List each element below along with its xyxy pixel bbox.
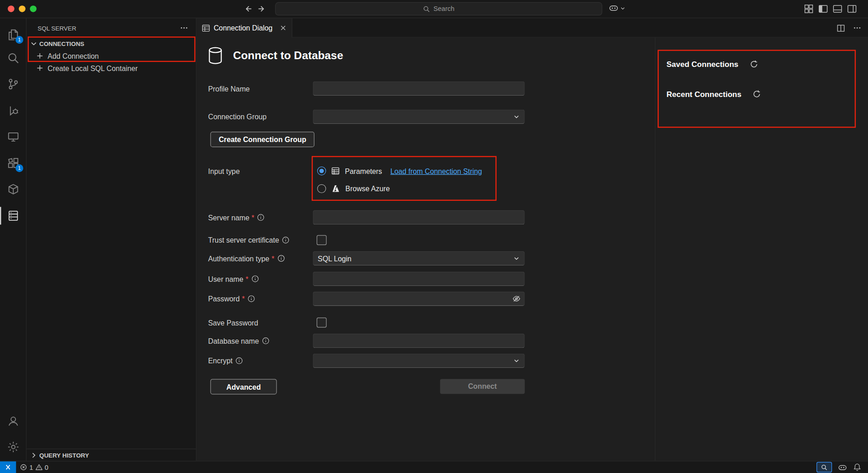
- toggle-primary-sidebar-icon[interactable]: [818, 4, 828, 14]
- chevron-right-icon: [29, 451, 38, 459]
- database-name-input[interactable]: [313, 334, 524, 348]
- forward-arrow-icon[interactable]: [256, 3, 268, 15]
- search-command-center[interactable]: Search: [275, 2, 602, 15]
- user-name-label: User name: [208, 275, 243, 283]
- activitybar-explorer[interactable]: 1: [0, 24, 26, 46]
- more-actions-icon[interactable]: [853, 24, 861, 32]
- activitybar-sql-server[interactable]: [0, 205, 26, 227]
- refresh-icon[interactable]: [750, 60, 758, 68]
- copilot-icon: [609, 3, 618, 13]
- toggle-panel-icon[interactable]: [832, 4, 842, 14]
- connection-group-select[interactable]: [313, 110, 524, 124]
- extensions-badge: 1: [15, 164, 23, 172]
- database-icon: [208, 46, 223, 65]
- server-name-label: Server name: [208, 213, 249, 221]
- info-icon: [235, 357, 243, 365]
- editor-actions: [837, 18, 862, 38]
- trust-server-certificate-checkbox[interactable]: [317, 235, 327, 245]
- remote-icon: [4, 463, 12, 471]
- database-name-label: Database name: [208, 336, 259, 345]
- activitybar-run-debug[interactable]: [0, 100, 26, 122]
- connect-button[interactable]: Connect: [440, 379, 525, 394]
- connections-side-panel: Saved Connections Recent Connections: [655, 38, 868, 461]
- account-icon: [7, 415, 19, 427]
- azure-icon: [331, 184, 341, 193]
- search-icon: [423, 5, 430, 13]
- create-local-sql-container-item[interactable]: Create Local SQL Container: [26, 62, 196, 74]
- vscode-window: Search: [0, 0, 868, 473]
- copilot-menu-button[interactable]: [609, 3, 625, 13]
- bell-icon[interactable]: [853, 463, 861, 471]
- copilot-status-icon[interactable]: [838, 463, 847, 472]
- problems-status[interactable]: 1 0: [20, 463, 48, 471]
- statusbar-right: [817, 462, 868, 473]
- remote-indicator[interactable]: [0, 461, 16, 473]
- connections-section-header[interactable]: CONNECTIONS: [26, 38, 196, 50]
- titlebar-layout-controls: [804, 4, 857, 14]
- user-name-input[interactable]: [313, 272, 524, 286]
- add-connection-label: Add Connection: [47, 52, 98, 60]
- load-from-connection-string-link[interactable]: Load from Connection String: [390, 167, 482, 175]
- chevron-down-icon: [513, 113, 520, 120]
- close-icon[interactable]: [280, 24, 287, 31]
- required-marker: *: [252, 213, 254, 221]
- info-icon: [277, 254, 285, 262]
- zoom-window-button[interactable]: [30, 5, 37, 12]
- activitybar-source-control[interactable]: [0, 73, 26, 95]
- source-control-icon: [7, 78, 19, 90]
- chevron-down-icon: [29, 39, 38, 48]
- encrypt-select[interactable]: [313, 354, 524, 368]
- account-button[interactable]: [0, 410, 26, 432]
- activitybar-search[interactable]: [0, 47, 26, 69]
- parameters-radio-label[interactable]: Parameters: [345, 167, 382, 175]
- parameters-radio[interactable]: [317, 167, 326, 175]
- split-editor-icon[interactable]: [837, 24, 845, 32]
- database-server-icon: [7, 210, 19, 222]
- back-arrow-icon[interactable]: [242, 3, 254, 15]
- create-connection-group-button[interactable]: Create Connection Group: [211, 132, 315, 147]
- error-count: 1: [29, 463, 33, 471]
- search-placeholder: Search: [433, 5, 454, 13]
- required-marker: *: [242, 295, 245, 303]
- search-icon: [7, 52, 19, 64]
- minimize-window-button[interactable]: [19, 5, 26, 12]
- add-connection-item[interactable]: Add Connection: [26, 50, 196, 62]
- zoom-indicator[interactable]: [817, 462, 832, 473]
- browse-azure-radio-label[interactable]: Browse Azure: [345, 184, 390, 193]
- saved-connections-title: Saved Connections: [667, 60, 739, 68]
- activitybar-containers[interactable]: [0, 178, 26, 200]
- recent-connections-header: Recent Connections: [667, 88, 761, 99]
- customize-layout-icon[interactable]: [804, 4, 814, 14]
- editor-tab-bar: Connection Dialog: [196, 18, 868, 38]
- sidebar-sql-server: SQL SERVER CONNECTIONS Add Connection Cr…: [26, 18, 196, 461]
- activitybar-remote-explorer[interactable]: [0, 126, 26, 148]
- browse-azure-radio[interactable]: [317, 184, 326, 193]
- settings-button[interactable]: [0, 436, 26, 458]
- info-icon: [247, 295, 255, 303]
- magnifier-icon: [821, 464, 828, 471]
- advanced-button[interactable]: Advanced: [211, 379, 277, 394]
- more-actions-icon[interactable]: [180, 24, 188, 32]
- password-input[interactable]: [313, 291, 524, 306]
- profile-name-input[interactable]: [313, 81, 524, 96]
- run-debug-icon: [7, 105, 19, 117]
- plus-icon: [36, 52, 44, 60]
- tab-connection-dialog[interactable]: Connection Dialog: [196, 18, 292, 38]
- info-icon: [282, 236, 290, 244]
- toggle-secondary-sidebar-icon[interactable]: [847, 4, 857, 14]
- authentication-type-label: Authentication type: [208, 254, 269, 262]
- activitybar-extensions[interactable]: 1: [0, 152, 26, 174]
- authentication-type-select[interactable]: SQL Login: [313, 251, 524, 266]
- info-icon: [257, 214, 265, 221]
- refresh-icon[interactable]: [752, 90, 761, 98]
- activity-bar: 1 1: [0, 18, 26, 461]
- server-name-input[interactable]: [313, 210, 524, 225]
- eye-off-icon[interactable]: [512, 294, 521, 303]
- query-history-section-header[interactable]: QUERY HISTORY: [26, 449, 196, 461]
- save-password-checkbox[interactable]: [317, 318, 327, 328]
- chevron-down-icon: [513, 357, 520, 364]
- required-marker: *: [246, 275, 248, 283]
- query-history-label: QUERY HISTORY: [39, 452, 89, 458]
- sidebar-header: SQL SERVER: [26, 18, 196, 38]
- close-window-button[interactable]: [8, 5, 15, 12]
